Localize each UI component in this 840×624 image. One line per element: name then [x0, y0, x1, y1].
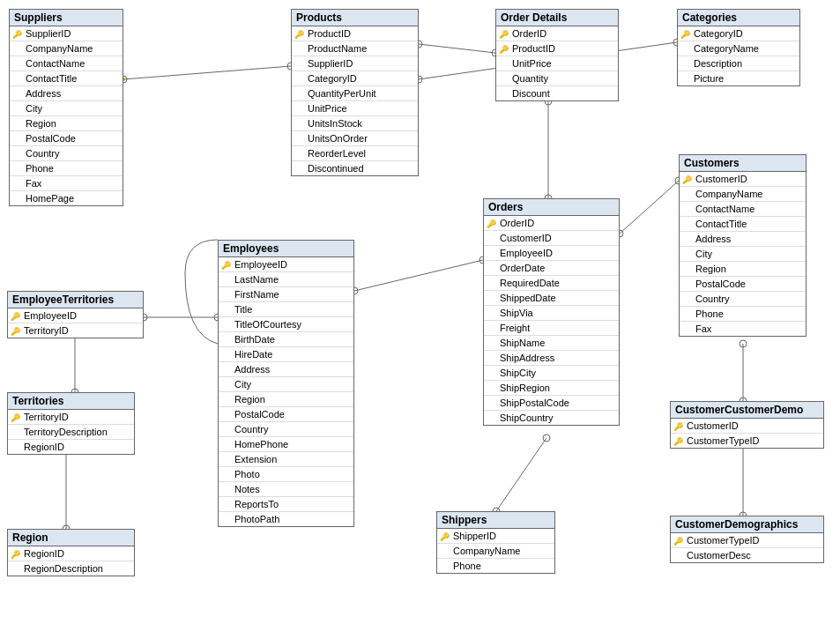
table-customerCustomerDemo: CustomerCustomerDemo🔑CustomerID🔑Customer… — [670, 401, 824, 449]
pk-icon: 🔑 — [673, 535, 683, 547]
field-customers-fax: Fax — [680, 322, 806, 336]
table-title-products: Products — [292, 10, 418, 26]
pk-icon: 🔑 — [294, 28, 304, 41]
field-customers-contactname: ContactName — [680, 202, 806, 217]
pk-icon: 🔑 — [499, 43, 509, 56]
pk-icon: 🔑 — [673, 420, 683, 433]
svg-line-16 — [354, 260, 483, 291]
field-customerCustomerDemo-customertypeid: 🔑CustomerTypeID — [671, 434, 823, 448]
pk-icon: 🔑 — [11, 548, 20, 561]
field-customers-customerid: 🔑CustomerID — [680, 172, 806, 187]
field-products-quantityperunit: QuantityPerUnit — [292, 86, 418, 101]
table-shippers: Shippers🔑ShipperIDCompanyNamePhone — [436, 511, 555, 574]
field-products-supplierid: SupplierID — [292, 56, 418, 71]
field-employees-birthdate: BirthDate — [219, 332, 353, 347]
field-customers-postalcode: PostalCode — [680, 277, 806, 292]
table-title-suppliers: Suppliers — [10, 10, 123, 26]
field-orders-shippostalcode: ShipPostalCode — [484, 396, 619, 411]
table-customers: Customers🔑CustomerIDCompanyNameContactNa… — [679, 154, 807, 337]
table-title-customerDemographics: CustomerDemographics — [671, 516, 823, 533]
field-categories-picture: Picture — [678, 71, 799, 85]
field-orders-employeeid: EmployeeID — [484, 246, 619, 261]
table-title-territories: Territories — [8, 393, 134, 410]
field-employeeTerritories-territoryid: 🔑TerritoryID — [8, 323, 143, 338]
table-employeeTerritories: EmployeeTerritories🔑EmployeeID🔑Territory… — [7, 291, 144, 338]
field-orders-orderdate: OrderDate — [484, 261, 619, 276]
field-customers-contacttitle: ContactTitle — [680, 217, 806, 232]
field-products-reorderlevel: ReorderLevel — [292, 146, 418, 161]
field-suppliers-contactname: ContactName — [10, 56, 123, 71]
field-categories-categoryname: CategoryName — [678, 41, 799, 56]
field-customers-phone: Phone — [680, 307, 806, 322]
field-customers-address: Address — [680, 232, 806, 247]
field-suppliers-address: Address — [10, 86, 123, 101]
table-title-categories: Categories — [678, 10, 799, 26]
pk-icon: 🔑 — [440, 531, 450, 543]
field-employees-titleofcourtesy: TitleOfCourtesy — [219, 317, 353, 332]
field-products-unitprice: UnitPrice — [292, 101, 418, 116]
field-employees-region: Region — [219, 392, 353, 407]
field-employees-photopath: PhotoPath — [219, 512, 353, 526]
table-orderDetails: Order Details🔑OrderID🔑ProductIDUnitPrice… — [495, 9, 619, 101]
field-region-regiondescription: RegionDescription — [8, 561, 134, 576]
field-products-productid: 🔑ProductID — [292, 26, 418, 41]
svg-point-20 — [543, 435, 550, 442]
field-employees-homephone: HomePhone — [219, 437, 353, 452]
field-orders-shipcity: ShipCity — [484, 366, 619, 381]
pk-icon: 🔑 — [680, 28, 690, 41]
field-suppliers-supplierid: 🔑SupplierID — [10, 26, 123, 41]
table-title-employees: Employees — [219, 241, 353, 257]
field-customers-city: City — [680, 247, 806, 262]
field-employees-city: City — [219, 377, 353, 392]
field-customers-companyname: CompanyName — [680, 187, 806, 202]
table-title-orderDetails: Order Details — [496, 10, 618, 26]
field-categories-categoryid: 🔑CategoryID — [678, 26, 799, 41]
field-suppliers-city: City — [10, 101, 123, 116]
field-employees-country: Country — [219, 422, 353, 437]
pk-icon: 🔑 — [221, 259, 231, 271]
field-products-categoryid: CategoryID — [292, 71, 418, 86]
field-orderDetails-productid: 🔑ProductID — [496, 41, 618, 56]
pk-icon: 🔑 — [12, 28, 22, 41]
table-title-customers: Customers — [680, 155, 806, 172]
erd-diagram: Suppliers🔑SupplierIDCompanyNameContactNa… — [0, 0, 840, 624]
field-employees-title: Title — [219, 302, 353, 317]
table-orders: Orders🔑OrderIDCustomerIDEmployeeIDOrderD… — [483, 198, 620, 426]
field-orders-shipname: ShipName — [484, 336, 619, 351]
field-suppliers-region: Region — [10, 116, 123, 131]
svg-point-32 — [740, 340, 747, 347]
field-territories-territorydescription: TerritoryDescription — [8, 425, 134, 440]
field-employees-firstname: FirstName — [219, 287, 353, 302]
field-orders-shipregion: ShipRegion — [484, 381, 619, 396]
svg-line-19 — [496, 438, 546, 511]
field-suppliers-homepage: HomePage — [10, 191, 123, 205]
field-region-regionid: 🔑RegionID — [8, 546, 134, 561]
field-orders-shippeddate: ShippedDate — [484, 291, 619, 306]
field-suppliers-companyname: CompanyName — [10, 41, 123, 56]
field-suppliers-phone: Phone — [10, 161, 123, 176]
field-employees-postalcode: PostalCode — [219, 407, 353, 422]
pk-icon: 🔑 — [499, 28, 509, 41]
field-suppliers-fax: Fax — [10, 176, 123, 191]
field-employees-address: Address — [219, 362, 353, 377]
field-orderDetails-orderid: 🔑OrderID — [496, 26, 618, 41]
pk-icon: 🔑 — [673, 435, 683, 448]
field-employees-hiredate: HireDate — [219, 347, 353, 362]
field-orders-shipaddress: ShipAddress — [484, 351, 619, 366]
table-territories: Territories🔑TerritoryIDTerritoryDescript… — [7, 392, 135, 455]
table-customerDemographics: CustomerDemographics🔑CustomerTypeIDCusto… — [670, 516, 824, 563]
table-products: Products🔑ProductIDProductNameSupplierIDC… — [291, 9, 419, 176]
field-employees-photo: Photo — [219, 467, 353, 482]
pk-icon: 🔑 — [487, 218, 496, 230]
field-suppliers-contacttitle: ContactTitle — [10, 71, 123, 86]
pk-icon: 🔑 — [682, 174, 692, 186]
field-products-discontinued: Discontinued — [292, 161, 418, 175]
field-products-productname: ProductName — [292, 41, 418, 56]
table-suppliers: Suppliers🔑SupplierIDCompanyNameContactNa… — [9, 9, 123, 206]
table-title-shippers: Shippers — [437, 512, 554, 529]
field-orderDetails-discount: Discount — [496, 86, 618, 100]
field-employees-employeeid: 🔑EmployeeID — [219, 257, 353, 272]
field-suppliers-country: Country — [10, 146, 123, 161]
table-title-orders: Orders — [484, 199, 619, 216]
field-shippers-shipperid: 🔑ShipperID — [437, 529, 554, 544]
